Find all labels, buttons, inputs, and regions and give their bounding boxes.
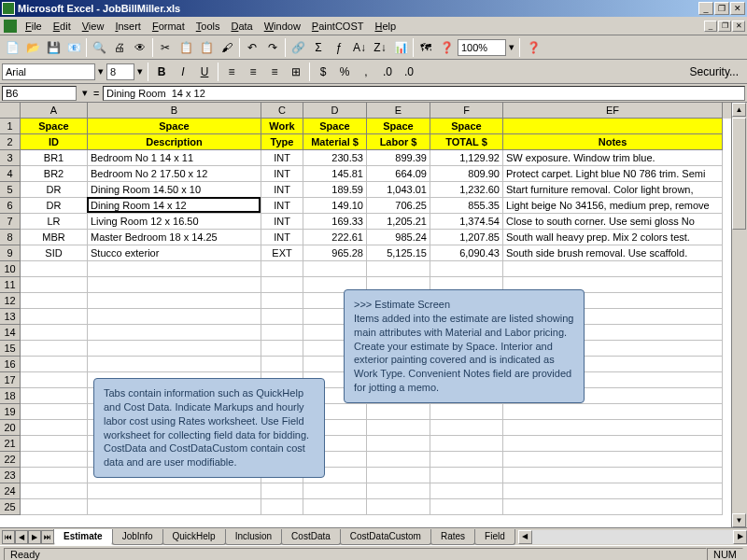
data-cell[interactable] xyxy=(21,261,88,277)
align-right-button[interactable]: ≡ xyxy=(264,62,285,82)
header-cell[interactable]: Space xyxy=(88,119,261,134)
data-cell[interactable] xyxy=(503,483,723,499)
toolbar-btn-13[interactable]: 🔗 xyxy=(288,37,308,58)
data-cell[interactable] xyxy=(88,261,261,277)
toolbar-btn-4[interactable]: 🔍 xyxy=(89,37,109,58)
data-cell[interactable]: 664.09 xyxy=(367,166,430,182)
row-header-12[interactable]: 12 xyxy=(0,293,21,309)
data-cell[interactable]: BR1 xyxy=(21,150,88,166)
vertical-scrollbar[interactable]: ▲ ▼ xyxy=(731,103,747,527)
menu-view[interactable]: View xyxy=(77,19,110,34)
scroll-right-button[interactable]: ▶ xyxy=(733,530,747,544)
header-cell[interactable]: Notes xyxy=(503,134,723,150)
data-cell[interactable]: South wall heavy prep. Mix 2 colors test… xyxy=(503,230,723,245)
data-cell[interactable]: LR xyxy=(21,214,88,230)
data-cell[interactable]: 189.59 xyxy=(303,182,367,198)
data-cell[interactable]: Living Room 12 x 16.50 xyxy=(88,214,261,230)
header-cell[interactable]: Work xyxy=(261,119,303,134)
data-cell[interactable] xyxy=(21,309,88,325)
header-cell[interactable]: Type xyxy=(261,134,303,150)
row-header-25[interactable]: 25 xyxy=(0,499,21,515)
data-cell[interactable]: Dining Room 14.50 x 10 xyxy=(88,182,261,198)
italic-button[interactable]: I xyxy=(173,62,193,82)
scroll-down-button[interactable]: ▼ xyxy=(732,513,746,527)
data-cell[interactable] xyxy=(21,372,88,388)
data-cell[interactable]: 965.28 xyxy=(303,245,367,261)
data-cell[interactable]: 1,205.21 xyxy=(367,214,430,230)
data-cell[interactable] xyxy=(261,293,303,309)
data-cell[interactable] xyxy=(21,325,88,341)
tab-next-button[interactable]: ▶ xyxy=(28,530,41,544)
data-cell[interactable]: INT xyxy=(261,150,303,166)
data-cell[interactable] xyxy=(21,341,88,357)
data-cell[interactable] xyxy=(367,404,430,420)
data-cell[interactable]: 706.25 xyxy=(367,198,430,214)
sheet-tab-quickhelp[interactable]: QuickHelp xyxy=(162,529,226,545)
data-cell[interactable] xyxy=(430,483,503,499)
row-header-17[interactable]: 17 xyxy=(0,372,21,388)
data-cell[interactable]: 222.61 xyxy=(303,230,367,245)
data-cell[interactable] xyxy=(88,293,261,309)
data-cell[interactable] xyxy=(88,341,261,357)
row-header-20[interactable]: 20 xyxy=(0,420,21,436)
toolbar-btn-18[interactable]: 📊 xyxy=(390,37,411,58)
data-cell[interactable]: Protect carpet. Light blue N0 786 trim. … xyxy=(503,166,723,182)
decrease-decimal-button[interactable]: .0 xyxy=(399,62,419,82)
data-cell[interactable] xyxy=(367,483,430,499)
data-cell[interactable]: 169.33 xyxy=(303,214,367,230)
formula-bar[interactable] xyxy=(103,86,745,101)
inner-minimize-button[interactable]: _ xyxy=(704,21,717,32)
maximize-button[interactable]: ❐ xyxy=(714,2,729,15)
font-name-input[interactable] xyxy=(2,63,95,80)
toolbar-btn-20[interactable]: ❓ xyxy=(436,37,457,58)
row-header-6[interactable]: 6 xyxy=(0,198,21,214)
data-cell[interactable]: INT xyxy=(261,166,303,182)
data-cell[interactable] xyxy=(503,452,723,468)
data-cell[interactable] xyxy=(21,436,88,452)
row-header-2[interactable]: 2 xyxy=(0,134,21,150)
comma-button[interactable]: , xyxy=(356,62,376,82)
data-cell[interactable] xyxy=(367,499,430,515)
row-header-7[interactable]: 7 xyxy=(0,214,21,230)
data-cell[interactable]: South side brush removal. Use scaffold. xyxy=(503,245,723,261)
data-cell[interactable] xyxy=(261,309,303,325)
data-cell[interactable]: 855.35 xyxy=(430,198,503,214)
data-cell[interactable] xyxy=(367,436,430,452)
help-icon[interactable]: ❓ xyxy=(523,37,543,58)
data-cell[interactable] xyxy=(261,277,303,293)
toolbar-btn-17[interactable]: Z↓ xyxy=(370,37,390,58)
data-cell[interactable] xyxy=(261,341,303,357)
minimize-button[interactable]: _ xyxy=(698,2,713,15)
data-cell[interactable]: Start furniture removal. Color light bro… xyxy=(503,182,723,198)
data-cell[interactable] xyxy=(430,499,503,515)
data-cell[interactable] xyxy=(430,420,503,436)
data-cell[interactable] xyxy=(21,357,88,372)
row-header-3[interactable]: 3 xyxy=(0,150,21,166)
data-cell[interactable]: 1,232.60 xyxy=(430,182,503,198)
data-cell[interactable] xyxy=(21,499,88,515)
data-cell[interactable] xyxy=(21,293,88,309)
toolbar-btn-0[interactable]: 📄 xyxy=(2,37,22,58)
data-cell[interactable]: INT xyxy=(261,214,303,230)
data-cell[interactable] xyxy=(21,468,88,483)
zoom-input[interactable] xyxy=(458,39,506,56)
data-cell[interactable] xyxy=(88,357,261,372)
toolbar-btn-11[interactable]: ↶ xyxy=(242,37,262,58)
toolbar-btn-10[interactable]: 🖌 xyxy=(217,37,237,58)
tab-last-button[interactable]: ⏭ xyxy=(41,530,54,544)
data-cell[interactable] xyxy=(21,452,88,468)
data-cell[interactable] xyxy=(261,325,303,341)
underline-button[interactable]: U xyxy=(194,62,215,82)
data-cell[interactable] xyxy=(303,483,367,499)
zoom-dropdown-icon[interactable]: ▾ xyxy=(507,41,516,53)
data-cell[interactable] xyxy=(367,452,430,468)
data-cell[interactable]: Stucco exterior xyxy=(88,245,261,261)
sheet-tab-estimate[interactable]: Estimate xyxy=(53,529,113,545)
data-cell[interactable] xyxy=(21,277,88,293)
font-size-input[interactable] xyxy=(106,63,134,80)
menu-data[interactable]: Data xyxy=(225,19,258,34)
sheet-tab-jobinfo[interactable]: JobInfo xyxy=(112,529,163,545)
namebox-dropdown-icon[interactable]: ▾ xyxy=(80,87,90,99)
col-header-E[interactable]: E xyxy=(367,103,430,119)
toolbar-btn-12[interactable]: ↷ xyxy=(262,37,283,58)
